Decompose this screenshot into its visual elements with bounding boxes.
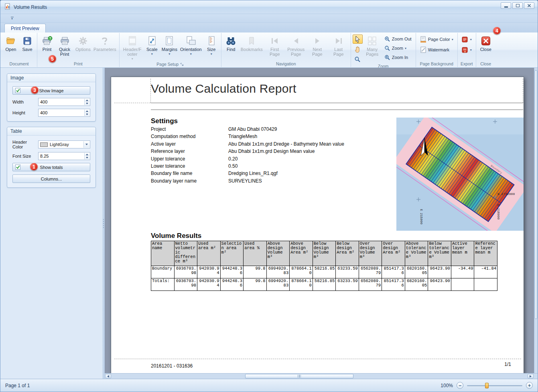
status-bar: Page 1 of 1 100% − + bbox=[0, 379, 538, 392]
bookmark-icon bbox=[247, 35, 256, 47]
zoom-level-text: 100% bbox=[441, 383, 453, 388]
page-setup-dialog-launcher[interactable] bbox=[180, 63, 184, 66]
chevron-down-icon: ▾ bbox=[169, 53, 170, 56]
margins-button[interactable]: Margins ▾ bbox=[160, 33, 179, 61]
scroll-left-button[interactable] bbox=[105, 374, 111, 378]
volume-results-heading: Volume Results bbox=[151, 232, 201, 240]
options-button[interactable]: Options bbox=[74, 33, 92, 61]
hand-tool-button[interactable] bbox=[353, 45, 363, 54]
results-cell: 6820160.05 bbox=[405, 278, 428, 291]
font-size-spinner[interactable]: 8.25 bbox=[38, 152, 90, 160]
many-pages-button[interactable]: Many Pages bbox=[363, 33, 382, 64]
setting-label: Project bbox=[151, 126, 228, 133]
first-page-button[interactable]: First Page bbox=[264, 33, 285, 61]
status-zoom-out-button[interactable]: − bbox=[457, 382, 463, 389]
results-column-header: Area name bbox=[151, 241, 175, 266]
spin-up-button[interactable] bbox=[85, 110, 89, 113]
results-column-header: Below design Volume m³ bbox=[313, 241, 336, 266]
settings-row: Computation methodTriangleMesh bbox=[151, 133, 396, 140]
dropdown-arrow-button[interactable] bbox=[83, 141, 89, 148]
customize-quick-access-button[interactable]: ▾ bbox=[8, 15, 16, 21]
spinner-arrows bbox=[84, 110, 89, 116]
close-window-button[interactable] bbox=[524, 2, 534, 9]
header-footer-button[interactable]: Header/Footer ▾ bbox=[121, 33, 144, 61]
setting-value: 0.20 bbox=[228, 155, 238, 162]
close-icon bbox=[527, 4, 531, 8]
results-cell: 96423.90 bbox=[428, 266, 451, 278]
magnifier-tool-button[interactable] bbox=[353, 55, 363, 64]
find-button[interactable]: Find bbox=[223, 33, 239, 61]
save-icon bbox=[22, 35, 32, 47]
spin-up-button[interactable] bbox=[85, 153, 89, 156]
hand-icon bbox=[354, 46, 361, 53]
results-column-header: Below design Area m² bbox=[336, 241, 359, 266]
show-totals-toggle-button[interactable]: Show totals bbox=[12, 163, 90, 171]
show-image-toggle-button[interactable]: Show Image bbox=[12, 86, 90, 95]
quick-print-button[interactable]: Quick Print bbox=[55, 33, 74, 61]
results-column-header: Below tolerance Volume m³ bbox=[428, 241, 451, 266]
results-cell bbox=[451, 278, 474, 291]
scale-button[interactable]: Scale ▾ bbox=[144, 33, 160, 61]
image-height-spinner[interactable]: 400 bbox=[38, 109, 90, 117]
main-area: Image Show Image Width 400 bbox=[0, 68, 538, 379]
zoom-in-button[interactable]: Zoom In bbox=[382, 53, 414, 62]
page-color-button[interactable]: Page Color ▾ bbox=[418, 35, 456, 44]
group-label-navigation: Navigation bbox=[223, 61, 349, 67]
vertical-scrollbar[interactable] bbox=[534, 68, 538, 373]
zoom-out-button[interactable]: Zoom Out bbox=[382, 35, 414, 43]
settings-heading: Settings bbox=[151, 117, 178, 125]
parameters-button[interactable]: Parameters bbox=[92, 33, 118, 61]
zoom-dropdown-button[interactable]: Zoom ▾ bbox=[382, 44, 414, 53]
zoom-slider-thumb[interactable] bbox=[485, 383, 489, 388]
close-preview-button[interactable]: Close bbox=[478, 33, 494, 61]
results-column-header: Selection area m² bbox=[220, 241, 244, 266]
save-button[interactable]: Save bbox=[19, 33, 35, 61]
vertical-scrollbar-thumb[interactable] bbox=[535, 70, 537, 319]
last-page-button[interactable]: Last Page bbox=[328, 33, 349, 61]
image-width-spinner[interactable]: 400 bbox=[38, 98, 90, 106]
export-image-button[interactable]: ▾ bbox=[459, 45, 474, 54]
settings-row: Upper tolerance0.20 bbox=[151, 155, 396, 162]
minimize-button[interactable] bbox=[501, 2, 511, 9]
next-page-button[interactable]: Next Page bbox=[307, 33, 328, 61]
window-controls bbox=[501, 2, 534, 9]
status-zoom-in-button[interactable]: + bbox=[526, 382, 533, 389]
callout-badge-3: 3 bbox=[31, 86, 39, 94]
chevron-down-icon: ▾ bbox=[470, 38, 472, 41]
results-cell: -41.84 bbox=[474, 266, 497, 278]
horizontal-scrollbar[interactable] bbox=[105, 373, 538, 379]
map-easting-label-1: E 215000 bbox=[420, 209, 423, 225]
settings-row: Boundary layer nameSURVEYLINES bbox=[151, 177, 396, 185]
mouse-pointer-tool-button[interactable] bbox=[353, 35, 363, 44]
maximize-button[interactable] bbox=[512, 2, 523, 9]
print-preview-canvas[interactable]: Volume Calculation Report Settings Proje… bbox=[105, 68, 538, 379]
zoom-slider[interactable] bbox=[467, 382, 522, 389]
page-info: Page 1 of 1 bbox=[5, 383, 30, 388]
orientation-button[interactable]: Orientation ▾ bbox=[179, 33, 203, 61]
open-button[interactable]: Open bbox=[3, 33, 19, 61]
results-cell: 58216.85 bbox=[313, 278, 336, 291]
columns-button[interactable]: Columns... bbox=[12, 175, 90, 183]
orientation-icon bbox=[186, 35, 196, 47]
setting-value: 0.50 bbox=[228, 162, 238, 170]
spin-down-button[interactable] bbox=[85, 102, 89, 105]
map-northing-label: N 2732000 bbox=[497, 192, 515, 196]
checked-checkbox-icon bbox=[15, 88, 20, 94]
horizontal-scrollbar-thumb[interactable] bbox=[245, 374, 353, 378]
ribbon-tab-row: Print Preview bbox=[0, 23, 538, 32]
results-cell: 851417.36 bbox=[382, 278, 405, 291]
export-document-button[interactable]: ▾ bbox=[459, 35, 474, 44]
scroll-right-button[interactable] bbox=[528, 374, 534, 378]
bookmarks-button[interactable]: Bookmarks bbox=[240, 33, 264, 61]
chevron-down-icon: ▾ bbox=[190, 53, 192, 56]
results-cell: 944248.36 bbox=[220, 278, 244, 291]
spin-down-button[interactable] bbox=[85, 113, 89, 116]
tab-print-preview[interactable]: Print Preview bbox=[4, 24, 46, 32]
header-color-dropdown[interactable]: LightGray bbox=[38, 140, 90, 148]
spin-up-button[interactable] bbox=[85, 99, 89, 102]
size-button[interactable]: Size ▾ bbox=[203, 33, 219, 61]
watermark-button[interactable]: Watermark bbox=[418, 45, 456, 54]
spin-down-button[interactable] bbox=[85, 156, 89, 159]
report-title: Volume Calculation Report bbox=[151, 82, 296, 95]
previous-page-button[interactable]: Previous Page bbox=[286, 33, 307, 61]
